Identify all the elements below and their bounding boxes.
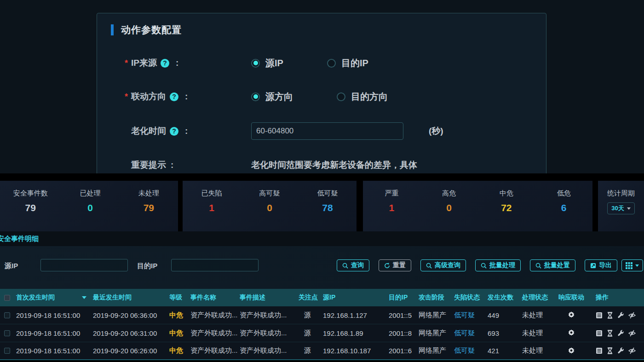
stat-label: 未处理 <box>132 189 165 198</box>
export-button-label: 导出 <box>599 261 612 270</box>
stat-value: 0 <box>74 202 106 213</box>
col-first-time[interactable]: 首次发生时间 <box>14 293 93 302</box>
radio-dest-direction[interactable]: 目的方向 <box>337 91 388 103</box>
reset-button[interactable]: 重置 <box>379 259 411 271</box>
required-asterisk: * <box>125 58 131 68</box>
table-row: 2019-09-18 16:51:00 2019-09-20 06:26:00 … <box>0 342 644 360</box>
report-icon[interactable] <box>596 347 603 354</box>
batch-process-button-label: 批量处理 <box>489 261 515 270</box>
col-compromise-status[interactable]: 失陷状态 <box>454 293 488 302</box>
section-divider <box>0 173 644 181</box>
cell-attack-stage: 网络黑产 <box>419 329 454 338</box>
stat-label: 安全事件数 <box>13 189 48 198</box>
col-handle-status[interactable]: 处理状态 <box>520 293 556 302</box>
gear-icon[interactable] <box>568 311 575 319</box>
sort-desc-icon[interactable] <box>82 296 86 299</box>
cell-compromise-status[interactable]: 低可疑 <box>454 311 488 320</box>
report-icon[interactable] <box>596 330 603 337</box>
help-icon[interactable]: ? <box>161 59 169 68</box>
eye-off-icon[interactable] <box>628 330 636 337</box>
stat-high-suspicious: 高可疑 0 <box>253 189 286 213</box>
stat-card-severity: 严重 1 高危 0 中危 72 低危 6 <box>363 181 592 231</box>
row-checkbox[interactable] <box>4 312 10 318</box>
wrench-icon[interactable] <box>617 347 624 354</box>
select-all-checkbox[interactable] <box>4 295 10 301</box>
col-event-desc[interactable]: 事件描述 <box>240 293 299 302</box>
aging-time-input[interactable] <box>251 122 403 140</box>
form-row-important-tip: 重要提示 : 老化时间范围要考虑新老设备的差异，具体 <box>125 156 537 173</box>
dst-ip-filter-input[interactable] <box>171 259 259 271</box>
query-button-label: 查询 <box>351 261 364 270</box>
batch-process-button[interactable]: 批量处理 <box>475 259 521 271</box>
stat-label: 高可疑 <box>253 189 286 198</box>
query-button[interactable]: 查询 <box>337 259 369 271</box>
stat-low-suspicious: 低可疑 78 <box>311 189 344 213</box>
col-src-ip[interactable]: 源IP <box>323 293 389 302</box>
help-icon[interactable]: ? <box>170 127 178 136</box>
aging-time-label: 老化时间 ? : <box>125 125 251 137</box>
grid-icon <box>626 262 632 269</box>
col-operations[interactable]: 操作 <box>586 293 644 302</box>
dialog-title-row: 动作参数配置 <box>111 23 182 36</box>
row-checkbox[interactable] <box>4 348 10 354</box>
cell-compromise-status[interactable]: 低可疑 <box>454 329 488 338</box>
help-icon[interactable]: ? <box>170 92 178 101</box>
label-colon: : <box>171 160 173 170</box>
stat-card-events: 安全事件数 79 已处理 0 未处理 79 <box>0 181 178 231</box>
spacer <box>125 161 131 170</box>
advanced-query-button[interactable]: 高级查询 <box>420 259 466 271</box>
col-occurrences[interactable]: 发生次数 <box>488 293 520 302</box>
gear-icon[interactable] <box>568 347 575 355</box>
table-row: 2019-09-18 16:51:00 2019-09-20 06:36:00 … <box>0 306 644 324</box>
radio-source-ip[interactable]: 源IP <box>251 57 283 69</box>
period-label: 统计周期 <box>607 189 635 198</box>
radio-dest-ip[interactable]: 目的IP <box>327 57 368 69</box>
cell-compromise-status[interactable]: 低可疑 <box>454 346 488 355</box>
wrench-icon[interactable] <box>617 330 624 337</box>
row-checkbox[interactable] <box>4 330 10 336</box>
eye-off-icon[interactable] <box>628 347 636 354</box>
gear-icon[interactable] <box>568 329 575 337</box>
cell-src-ip: 192.168.1.127 <box>323 311 389 319</box>
spacer <box>125 126 131 136</box>
export-button[interactable]: 导出 <box>585 259 617 271</box>
linkage-direction-label-text: 联动方向 <box>131 91 166 103</box>
hourglass-icon[interactable] <box>607 312 613 319</box>
cell-last-time: 2019-09-20 06:36:00 <box>93 311 169 319</box>
title-accent-bar <box>111 24 114 35</box>
hourglass-icon[interactable] <box>607 347 613 354</box>
hourglass-icon[interactable] <box>607 330 613 337</box>
batch-dispose-button[interactable]: 批量处置 <box>530 259 575 271</box>
radio-dest-ip-label: 目的IP <box>341 57 368 69</box>
stat-label: 高危 <box>433 189 465 198</box>
stat-value: 79 <box>13 202 48 213</box>
col-level[interactable]: 等级 <box>169 293 190 302</box>
eye-off-icon[interactable] <box>628 312 636 319</box>
col-focus[interactable]: 关注点 <box>299 293 323 302</box>
radio-source-ip-label: 源IP <box>265 57 283 69</box>
column-settings-button[interactable] <box>621 259 643 271</box>
report-icon[interactable] <box>596 312 603 319</box>
stat-mid-risk: 中危 72 <box>490 189 523 213</box>
stat-critical: 严重 1 <box>375 189 408 213</box>
cell-last-time: 2019-09-20 06:26:00 <box>93 347 169 355</box>
stat-label: 严重 <box>375 189 408 198</box>
col-attack-stage[interactable]: 攻击阶段 <box>419 293 454 302</box>
action-config-panel: 动作参数配置 * IP来源 ? : 源IP 目的IP <box>97 13 546 173</box>
label-colon: : <box>185 126 188 136</box>
period-select[interactable]: 30天 <box>607 202 634 214</box>
radio-source-direction[interactable]: 源方向 <box>251 91 293 103</box>
table-header-row: 首次发生时间 最近发生时间 等级 事件名称 事件描述 关注点 源IP 目的IP … <box>0 289 644 306</box>
radio-dest-direction-label: 目的方向 <box>351 91 388 103</box>
col-last-time[interactable]: 最近发生时间 <box>93 293 169 302</box>
col-response-linkage[interactable]: 响应联动 <box>556 293 586 302</box>
col-event-name[interactable]: 事件名称 <box>190 293 240 302</box>
refresh-icon <box>384 263 390 269</box>
cell-occurrences: 693 <box>488 329 520 337</box>
cell-attack-stage: 网络黑产 <box>419 311 454 320</box>
col-dst-ip[interactable]: 目的IP <box>389 293 419 302</box>
linkage-direction-label: * 联动方向 ? : <box>125 91 251 103</box>
src-ip-filter-input[interactable] <box>40 259 128 271</box>
wrench-icon[interactable] <box>617 312 624 319</box>
stat-label: 低危 <box>548 189 580 198</box>
